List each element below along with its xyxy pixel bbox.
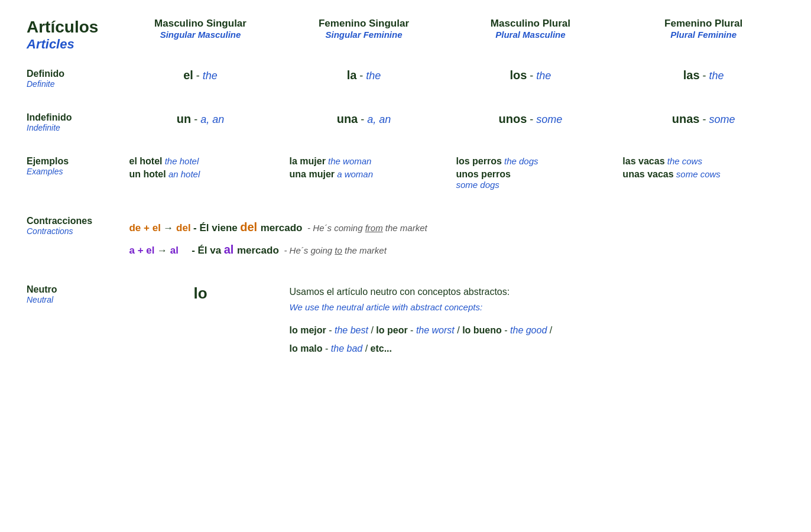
col-header-masc-pl: Masculino Plural Plural Masculine: [447, 12, 614, 63]
contraction-al-line: a + el → al - Él va al mercado - He´s go…: [129, 238, 784, 261]
ejemplos-masc-sg: el hotel the hotel un hotel an hotel: [120, 150, 280, 198]
ejemplos-masc-pl: los perros the dogs unos perros some dog…: [447, 150, 614, 198]
title-italic: Articles: [27, 37, 74, 51]
contracciones-label: Contracciones Contractions: [18, 210, 120, 267]
definido-masc-sg: el - the: [120, 63, 280, 95]
neutro-content: Usamos el artículo neutro con conceptos …: [281, 278, 793, 364]
definido-fem-sg: la - the: [281, 63, 447, 95]
contracciones-row: Contracciones Contractions de + el → del…: [18, 210, 793, 267]
definido-label: Definido Definite: [18, 63, 120, 95]
indefinido-label: Indefinido Indefinite: [18, 106, 120, 138]
definido-masc-pl: los - the: [447, 63, 614, 95]
header-label-cell: Artículos Articles: [18, 12, 120, 63]
neutro-row: Neutro Neutral lo Usamos el artículo neu…: [18, 278, 793, 364]
title-main: Artículos: [27, 18, 98, 36]
definido-row: Definido Definite el - the la - the los …: [18, 63, 793, 95]
indefinido-row: Indefinido Indefinite un - a, an una - a…: [18, 106, 793, 138]
neutro-lo: lo: [120, 278, 280, 364]
ejemplos-fem-pl: las vacas the cows unas vacas some cows: [614, 150, 793, 198]
indefinido-masc-sg: un - a, an: [120, 106, 280, 138]
contracciones-content: de + el → del - Él viene del mercado - H…: [120, 210, 793, 267]
indefinido-fem-pl: unas - some: [614, 106, 793, 138]
indefinido-fem-sg: una - a, an: [281, 106, 447, 138]
neutro-examples: lo mejor - the best / lo peor - the wors…: [290, 322, 784, 358]
indefinido-masc-pl: unos - some: [447, 106, 614, 138]
neutro-label: Neutro Neutral: [18, 278, 120, 364]
col-header-fem-pl: Femenino Plural Plural Feminine: [614, 12, 793, 63]
header-row: Artículos Articles Masculino Singular Si…: [18, 12, 793, 63]
col-header-masc-sg: Masculino Singular Singular Masculine: [120, 12, 280, 63]
col-header-fem-sg: Femenino Singular Singular Feminine: [281, 12, 447, 63]
neutro-description: Usamos el artículo neutro con conceptos …: [290, 284, 784, 314]
ejemplos-fem-sg: la mujer the woman una mujer a woman: [281, 150, 447, 198]
ejemplos-label: Ejemplos Examples: [18, 150, 120, 198]
ejemplos-row: Ejemplos Examples el hotel the hotel un …: [18, 150, 793, 198]
contraction-del-line: de + el → del - Él viene del mercado - H…: [129, 216, 784, 238]
definido-fem-pl: las - the: [614, 63, 793, 95]
